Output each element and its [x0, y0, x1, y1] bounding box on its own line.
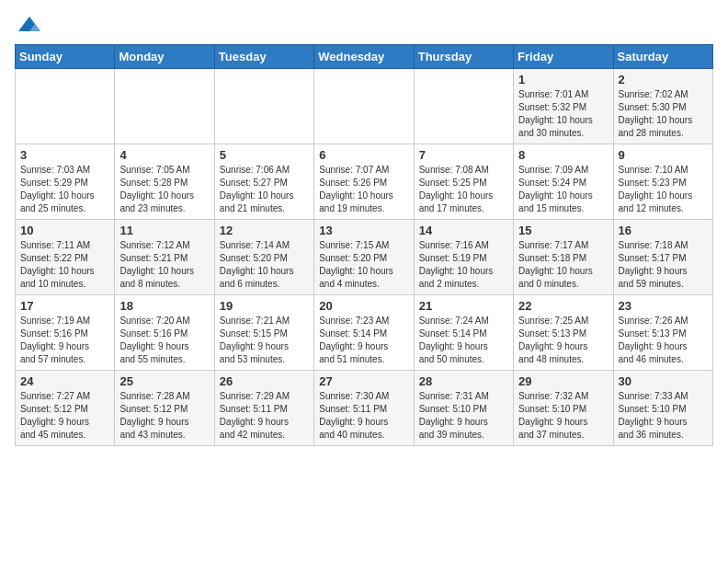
calendar-cell: 11Sunrise: 7:12 AM Sunset: 5:21 PM Dayli…: [115, 220, 214, 295]
calendar-cell: 14Sunrise: 7:16 AM Sunset: 5:19 PM Dayli…: [414, 220, 513, 295]
day-number: 30: [619, 374, 708, 388]
calendar-cell: 15Sunrise: 7:17 AM Sunset: 5:18 PM Dayli…: [514, 220, 613, 295]
day-info: Sunrise: 7:06 AM Sunset: 5:27 PM Dayligh…: [220, 164, 309, 215]
day-number: 25: [119, 374, 209, 388]
calendar-cell: 28Sunrise: 7:31 AM Sunset: 5:10 PM Dayli…: [414, 371, 513, 446]
calendar-cell: [115, 69, 214, 144]
day-number: 13: [319, 224, 408, 237]
calendar-cell: 24Sunrise: 7:27 AM Sunset: 5:12 PM Dayli…: [16, 371, 115, 446]
calendar-cell: 27Sunrise: 7:30 AM Sunset: 5:11 PM Dayli…: [314, 371, 414, 446]
day-number: 23: [619, 299, 708, 313]
day-number: 28: [419, 374, 508, 388]
calendar-cell: 12Sunrise: 7:14 AM Sunset: 5:20 PM Dayli…: [214, 220, 313, 295]
calendar-cell: 29Sunrise: 7:32 AM Sunset: 5:10 PM Dayli…: [514, 371, 613, 446]
day-info: Sunrise: 7:25 AM Sunset: 5:13 PM Dayligh…: [518, 315, 608, 366]
day-info: Sunrise: 7:30 AM Sunset: 5:11 PM Dayligh…: [319, 390, 408, 442]
day-number: 26: [220, 374, 309, 388]
day-info: Sunrise: 7:18 AM Sunset: 5:17 PM Dayligh…: [619, 239, 708, 291]
day-number: 6: [319, 148, 408, 162]
logo: [15, 15, 44, 35]
calendar-week-5: 24Sunrise: 7:27 AM Sunset: 5:12 PM Dayli…: [16, 371, 713, 446]
day-number: 1: [518, 73, 608, 86]
day-number: 4: [119, 148, 209, 162]
day-number: 20: [319, 299, 408, 313]
day-info: Sunrise: 7:03 AM Sunset: 5:29 PM Dayligh…: [20, 164, 109, 215]
calendar-cell: 19Sunrise: 7:21 AM Sunset: 5:15 PM Dayli…: [214, 295, 313, 371]
weekday-header-monday: Monday: [115, 45, 214, 69]
day-number: 10: [20, 224, 109, 237]
calendar-cell: 13Sunrise: 7:15 AM Sunset: 5:20 PM Dayli…: [314, 220, 414, 295]
day-info: Sunrise: 7:24 AM Sunset: 5:14 PM Dayligh…: [419, 315, 508, 366]
day-info: Sunrise: 7:23 AM Sunset: 5:14 PM Dayligh…: [319, 315, 408, 366]
day-info: Sunrise: 7:29 AM Sunset: 5:11 PM Dayligh…: [220, 390, 309, 442]
weekday-header-thursday: Thursday: [414, 45, 513, 69]
day-info: Sunrise: 7:14 AM Sunset: 5:20 PM Dayligh…: [220, 239, 309, 291]
calendar-cell: 7Sunrise: 7:08 AM Sunset: 5:25 PM Daylig…: [414, 144, 513, 220]
calendar-cell: 4Sunrise: 7:05 AM Sunset: 5:28 PM Daylig…: [115, 144, 214, 220]
calendar-week-4: 17Sunrise: 7:19 AM Sunset: 5:16 PM Dayli…: [16, 295, 713, 371]
day-info: Sunrise: 7:21 AM Sunset: 5:15 PM Dayligh…: [220, 315, 309, 366]
calendar-cell: 21Sunrise: 7:24 AM Sunset: 5:14 PM Dayli…: [414, 295, 513, 371]
calendar-cell: 17Sunrise: 7:19 AM Sunset: 5:16 PM Dayli…: [16, 295, 115, 371]
calendar-cell: [16, 69, 115, 144]
calendar-cell: [214, 69, 313, 144]
day-number: 29: [518, 374, 608, 388]
day-info: Sunrise: 7:09 AM Sunset: 5:24 PM Dayligh…: [518, 164, 608, 215]
calendar-cell: 25Sunrise: 7:28 AM Sunset: 5:12 PM Dayli…: [115, 371, 214, 446]
calendar-table: SundayMondayTuesdayWednesdayThursdayFrid…: [15, 44, 713, 446]
day-number: 22: [518, 299, 608, 313]
calendar-cell: 16Sunrise: 7:18 AM Sunset: 5:17 PM Dayli…: [613, 220, 712, 295]
calendar-cell: 30Sunrise: 7:33 AM Sunset: 5:10 PM Dayli…: [613, 371, 712, 446]
calendar-cell: 5Sunrise: 7:06 AM Sunset: 5:27 PM Daylig…: [214, 144, 313, 220]
day-info: Sunrise: 7:31 AM Sunset: 5:10 PM Dayligh…: [419, 390, 508, 442]
day-info: Sunrise: 7:20 AM Sunset: 5:16 PM Dayligh…: [119, 315, 209, 366]
weekday-header-saturday: Saturday: [613, 45, 712, 69]
calendar-body: 1Sunrise: 7:01 AM Sunset: 5:32 PM Daylig…: [16, 69, 713, 446]
calendar-week-1: 1Sunrise: 7:01 AM Sunset: 5:32 PM Daylig…: [16, 69, 713, 144]
day-info: Sunrise: 7:08 AM Sunset: 5:25 PM Dayligh…: [419, 164, 508, 215]
day-number: 11: [119, 224, 209, 237]
day-number: 27: [319, 374, 408, 388]
calendar-cell: 20Sunrise: 7:23 AM Sunset: 5:14 PM Dayli…: [314, 295, 414, 371]
day-info: Sunrise: 7:10 AM Sunset: 5:23 PM Dayligh…: [619, 164, 708, 215]
calendar-cell: 26Sunrise: 7:29 AM Sunset: 5:11 PM Dayli…: [214, 371, 313, 446]
calendar-week-2: 3Sunrise: 7:03 AM Sunset: 5:29 PM Daylig…: [16, 144, 713, 220]
day-info: Sunrise: 7:19 AM Sunset: 5:16 PM Dayligh…: [20, 315, 109, 366]
weekday-header-row: SundayMondayTuesdayWednesdayThursdayFrid…: [16, 45, 713, 69]
day-info: Sunrise: 7:05 AM Sunset: 5:28 PM Dayligh…: [119, 164, 209, 215]
day-info: Sunrise: 7:16 AM Sunset: 5:19 PM Dayligh…: [419, 239, 508, 291]
day-number: 16: [619, 224, 708, 237]
day-number: 7: [419, 148, 508, 162]
day-number: 21: [419, 299, 508, 313]
day-number: 17: [20, 299, 109, 313]
day-info: Sunrise: 7:33 AM Sunset: 5:10 PM Dayligh…: [619, 390, 708, 442]
calendar-cell: 22Sunrise: 7:25 AM Sunset: 5:13 PM Dayli…: [514, 295, 613, 371]
calendar-cell: 18Sunrise: 7:20 AM Sunset: 5:16 PM Dayli…: [115, 295, 214, 371]
day-number: 24: [20, 374, 109, 388]
page-header: [15, 15, 713, 35]
day-info: Sunrise: 7:07 AM Sunset: 5:26 PM Dayligh…: [319, 164, 408, 215]
day-number: 15: [518, 224, 608, 237]
day-info: Sunrise: 7:11 AM Sunset: 5:22 PM Dayligh…: [20, 239, 109, 291]
day-info: Sunrise: 7:32 AM Sunset: 5:10 PM Dayligh…: [518, 390, 608, 442]
day-info: Sunrise: 7:01 AM Sunset: 5:32 PM Dayligh…: [518, 88, 608, 140]
day-number: 9: [619, 148, 708, 162]
calendar-cell: [314, 69, 414, 144]
day-info: Sunrise: 7:12 AM Sunset: 5:21 PM Dayligh…: [119, 239, 209, 291]
day-number: 12: [220, 224, 309, 237]
day-info: Sunrise: 7:26 AM Sunset: 5:13 PM Dayligh…: [619, 315, 708, 366]
day-number: 8: [518, 148, 608, 162]
day-info: Sunrise: 7:28 AM Sunset: 5:12 PM Dayligh…: [119, 390, 209, 442]
day-info: Sunrise: 7:27 AM Sunset: 5:12 PM Dayligh…: [20, 390, 109, 442]
weekday-header-tuesday: Tuesday: [214, 45, 313, 69]
day-number: 5: [220, 148, 309, 162]
weekday-header-wednesday: Wednesday: [314, 45, 414, 69]
day-number: 2: [619, 73, 708, 86]
calendar-cell: 10Sunrise: 7:11 AM Sunset: 5:22 PM Dayli…: [16, 220, 115, 295]
logo-icon: [17, 15, 42, 35]
weekday-header-friday: Friday: [514, 45, 613, 69]
calendar-cell: 6Sunrise: 7:07 AM Sunset: 5:26 PM Daylig…: [314, 144, 414, 220]
day-info: Sunrise: 7:02 AM Sunset: 5:30 PM Dayligh…: [619, 88, 708, 140]
day-number: 3: [20, 148, 109, 162]
calendar-cell: 1Sunrise: 7:01 AM Sunset: 5:32 PM Daylig…: [514, 69, 613, 144]
